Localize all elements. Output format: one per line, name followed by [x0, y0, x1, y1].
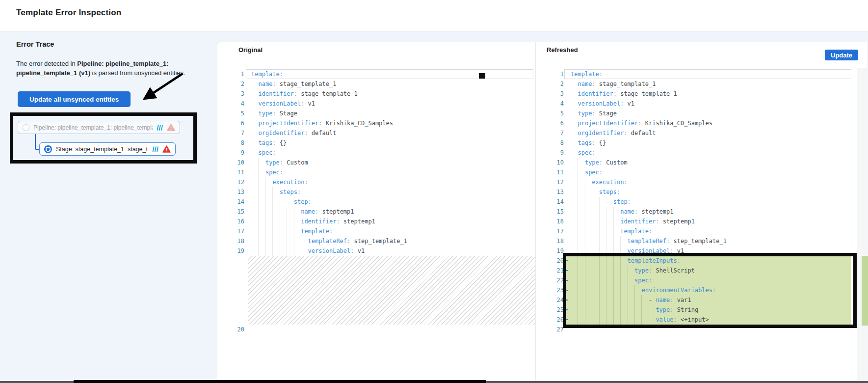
indent-guide	[585, 197, 585, 207]
indent-guide	[265, 207, 266, 217]
code-line: 4 versionLabel: v1	[536, 99, 868, 109]
code-line: 17 template:	[536, 226, 868, 236]
code-line: 12 execution:	[536, 177, 868, 187]
update-all-unsynced-button[interactable]: Update all unsynced entities	[18, 91, 131, 107]
indent-guide	[280, 236, 280, 246]
indent-guide	[585, 226, 585, 236]
indent-guide	[592, 187, 592, 197]
code-line: 5 type: Stage	[217, 109, 535, 118]
code-line: 6 projectIdentifier: Krishika_CD_Samples	[536, 118, 868, 128]
indent-guide	[265, 226, 266, 236]
refreshed-code-editor[interactable]: 1template:2 name: stage_template_13 iden…	[536, 69, 868, 334]
code-line: 2 name: stage_template_1	[536, 79, 868, 89]
indent-guide	[634, 315, 635, 325]
line-number: 21	[536, 266, 564, 275]
indent-guide	[272, 217, 273, 226]
line-number: 19	[536, 246, 564, 256]
indent-guide	[578, 275, 578, 285]
line-number: 22	[536, 275, 564, 285]
indent-guide	[613, 305, 614, 315]
error-description-suffix: is parsed from unsynced entities.	[90, 69, 185, 77]
indent-guide	[599, 197, 600, 207]
indent-guide	[280, 207, 280, 217]
indent-guide	[585, 246, 585, 256]
line-number: 16	[536, 217, 564, 226]
line-number: 10	[536, 158, 564, 167]
tree-item-pipeline[interactable]: Pipeline: pipeline_template_1: pipeline_…	[18, 121, 180, 134]
indent-guide	[294, 236, 294, 246]
code-line: 3 identifier: stage_template_1	[217, 89, 535, 99]
code-line: 11 spec:	[217, 167, 535, 177]
indent-guide	[634, 295, 635, 305]
indent-guide	[294, 207, 294, 217]
line-number: 9	[536, 148, 564, 158]
code-line: 26 value: <+input>	[536, 315, 868, 325]
line-number: 25	[536, 305, 564, 315]
line-number: 18	[536, 236, 564, 246]
indent-guide	[272, 246, 273, 256]
error-description-prefix: The error detected in	[16, 60, 77, 67]
indent-guide	[628, 295, 628, 305]
added-line-marker	[565, 260, 568, 261]
tree-item-stage[interactable]: Stage: stage_template_1: stage_templat..…	[39, 142, 176, 156]
indent-guide	[578, 256, 578, 266]
line-number: 1	[536, 69, 564, 79]
inserted-lines-placeholder	[248, 256, 535, 325]
line-number: 7	[217, 128, 244, 138]
indent-guide	[620, 305, 621, 315]
indent-guide	[258, 246, 259, 256]
indent-guide	[287, 236, 287, 246]
indent-guide	[649, 305, 649, 315]
code-line: 18 templateRef: step_template_1	[536, 236, 868, 246]
indent-guide	[592, 295, 592, 305]
indent-guide	[592, 207, 592, 217]
indent-guide	[620, 315, 621, 325]
indent-guide	[620, 246, 621, 256]
indent-guide	[606, 207, 606, 217]
indent-guide	[599, 246, 600, 256]
stage-radio[interactable]	[44, 145, 52, 153]
indent-guide	[634, 285, 635, 295]
update-button[interactable]: Update	[825, 50, 858, 60]
indent-guide	[592, 285, 592, 295]
code-line: 19 versionLabel: v1	[536, 246, 868, 256]
indent-guide	[592, 315, 592, 325]
added-line-marker	[565, 290, 568, 291]
indent-guide	[628, 315, 628, 325]
line-number: 17	[536, 226, 564, 236]
code-line: 1template:	[536, 69, 868, 79]
pipeline-radio[interactable]	[23, 124, 29, 131]
indent-guide	[620, 256, 621, 266]
indent-guide	[585, 266, 585, 275]
indent-guide	[606, 236, 606, 246]
indent-guide	[613, 295, 614, 305]
code-line: 20 templateInputs:	[536, 256, 868, 266]
indent-guide	[606, 266, 606, 275]
code-line: 8 tags: {}	[536, 138, 868, 148]
indent-guide	[578, 158, 578, 167]
indent-guide	[628, 305, 628, 315]
indent-guide	[272, 187, 273, 197]
indent-guide	[287, 207, 287, 217]
indent-guide	[592, 246, 592, 256]
indent-guide	[613, 246, 614, 256]
error-icon	[162, 145, 171, 153]
template-icon	[157, 125, 163, 131]
indent-guide	[585, 187, 585, 197]
indent-guide	[578, 187, 578, 197]
indent-guide	[613, 266, 614, 275]
page-title: Template Error Inspection	[16, 8, 121, 18]
line-number: 2	[536, 79, 564, 89]
indent-guide	[641, 295, 642, 305]
indent-guide	[272, 207, 273, 217]
indent-guide	[592, 256, 592, 266]
line-number: 3	[217, 89, 244, 99]
code-line: 19 versionLabel: v1	[217, 246, 535, 256]
indent-guide	[606, 295, 606, 305]
indent-guide	[599, 315, 600, 325]
line-number: 19	[217, 246, 244, 256]
line-number: 13	[217, 187, 244, 197]
original-code-editor[interactable]: 1template:2 name: stage_template_13 iden…	[217, 69, 535, 334]
code-line: 22 spec:	[536, 275, 868, 285]
code-line: 10 type: Custom	[536, 158, 868, 167]
